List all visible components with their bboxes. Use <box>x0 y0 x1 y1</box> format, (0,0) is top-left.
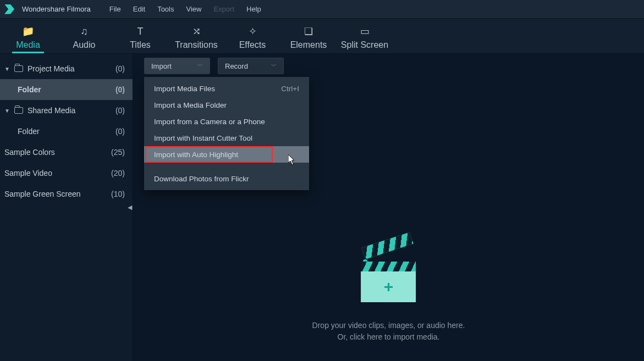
tab-label: Effects <box>224 40 280 50</box>
menu-item-import-auto-highlight[interactable]: Import with Auto Highlight <box>144 146 309 163</box>
collapse-sidebar-handle[interactable]: ◀ <box>126 194 133 221</box>
menu-item-label: Import Media Files <box>154 85 215 93</box>
clapperboard-icon: + <box>361 258 416 302</box>
item-count: (25) <box>111 148 125 157</box>
item-count: (20) <box>111 169 125 177</box>
menubar: File Edit Tools View Export Help <box>109 5 261 13</box>
sidebar-item-label: Sample Video <box>4 169 52 177</box>
menu-item-label: Download Photos from Flickr <box>154 175 249 183</box>
menu-item-import-media-files[interactable]: Import Media Files Ctrl+I <box>144 80 309 97</box>
sidebar-item-label: Project Media <box>27 64 75 73</box>
import-dropdown-button[interactable]: Import ﹀ <box>144 58 210 74</box>
music-note-icon: ♫ <box>56 25 112 38</box>
menu-item-import-camera-phone[interactable]: Import from a Camera or a Phone <box>144 113 309 130</box>
tab-label: Audio <box>56 40 112 50</box>
item-count: (0) <box>115 106 125 115</box>
menu-export: Export <box>213 5 234 13</box>
transitions-icon: ⤭ <box>168 25 224 38</box>
menu-item-label: Import from a Camera or a Phone <box>154 118 265 126</box>
menu-tools[interactable]: Tools <box>157 5 174 13</box>
sidebar-item-label: Sample Colors <box>4 148 55 157</box>
dropdown-label: Import <box>151 62 172 70</box>
app-title: Wondershare Filmora <box>22 5 91 13</box>
titlebar: Wondershare Filmora File Edit Tools View… <box>0 0 644 19</box>
folder-icon <box>14 65 23 72</box>
dropzone-text-line2: Or, click here to import media. <box>312 331 465 343</box>
item-count: (0) <box>115 64 125 73</box>
tab-label: Elements <box>280 40 337 50</box>
effects-icon: ✧ <box>224 25 280 38</box>
tab-label: Titles <box>112 40 168 50</box>
menu-file[interactable]: File <box>109 5 121 13</box>
tab-media[interactable]: 📁 Media <box>0 25 56 53</box>
sidebar-item-folder[interactable]: Folder (0) <box>0 121 133 142</box>
folder-icon <box>14 107 23 114</box>
sidebar-item-label: Shared Media <box>27 106 75 115</box>
menu-item-import-media-folder[interactable]: Import a Media Folder <box>144 97 309 113</box>
sidebar-item-sample-video[interactable]: Sample Video (20) <box>0 163 133 184</box>
sidebar-item-sample-green-screen[interactable]: Sample Green Screen (10) <box>0 184 133 204</box>
menu-view[interactable]: View <box>186 5 201 13</box>
tab-label: Media <box>0 40 56 50</box>
menu-help[interactable]: Help <box>246 5 261 13</box>
sidebar: ▼Project Media (0) Folder (0) ▼Shared Me… <box>0 54 133 361</box>
text-icon: T <box>112 25 168 38</box>
sidebar-item-folder-selected[interactable]: Folder (0) <box>0 79 133 100</box>
workspace: ▼Project Media (0) Folder (0) ▼Shared Me… <box>0 54 644 361</box>
tab-effects[interactable]: ✧ Effects <box>224 25 280 53</box>
import-dropdown-menu: Import Media Files Ctrl+I Import a Media… <box>144 77 309 190</box>
tab-label: Split Screen <box>337 40 393 50</box>
sidebar-item-shared-media[interactable]: ▼Shared Media (0) <box>0 100 133 121</box>
split-screen-icon: ▭ <box>337 25 393 38</box>
menu-edit[interactable]: Edit <box>133 5 145 13</box>
tab-split-screen[interactable]: ▭ Split Screen <box>337 25 393 53</box>
plus-icon: + <box>384 277 394 296</box>
media-toolbar: Import ﹀ Record ﹀ <box>133 54 644 78</box>
app-logo-icon <box>4 4 14 14</box>
item-count: (0) <box>115 127 125 136</box>
menu-item-label: Import a Media Folder <box>154 101 227 109</box>
tab-audio[interactable]: ♫ Audio <box>56 25 112 53</box>
sidebar-item-project-media[interactable]: ▼Project Media (0) <box>0 58 133 79</box>
menu-item-shortcut: Ctrl+I <box>281 85 299 93</box>
item-count: (10) <box>111 190 125 198</box>
chevron-down-icon: ﹀ <box>197 62 203 70</box>
sidebar-item-label: Folder <box>18 85 41 94</box>
tab-titles[interactable]: T Titles <box>112 25 168 53</box>
menu-item-label: Import with Auto Highlight <box>154 151 238 159</box>
dropzone-text-line1: Drop your video clips, images, or audio … <box>312 320 465 331</box>
tab-transitions[interactable]: ⤭ Transitions <box>168 25 224 53</box>
menu-item-download-flickr[interactable]: Download Photos from Flickr <box>144 170 309 187</box>
chevron-down-icon: ﹀ <box>271 62 277 70</box>
menu-item-import-instant-cutter[interactable]: Import with Instant Cutter Tool <box>144 130 309 146</box>
record-dropdown-button[interactable]: Record ﹀ <box>218 58 284 74</box>
sidebar-item-sample-colors[interactable]: Sample Colors (25) <box>0 142 133 163</box>
folder-icon: 📁 <box>0 25 56 38</box>
item-count: (0) <box>115 85 125 94</box>
main-panel: Import ﹀ Record ﹀ Import Media Files Ctr… <box>133 54 644 361</box>
caret-down-icon: ▼ <box>4 66 10 72</box>
tabbar: 📁 Media ♫ Audio T Titles ⤭ Transitions ✧… <box>0 19 644 54</box>
menu-item-label: Import with Instant Cutter Tool <box>154 134 252 142</box>
media-drop-zone[interactable]: + Drop your video clips, images, or audi… <box>312 258 465 343</box>
tab-label: Transitions <box>168 40 224 50</box>
caret-down-icon: ▼ <box>4 108 10 114</box>
elements-icon: ❏ <box>280 25 337 38</box>
sidebar-item-label: Folder <box>18 127 40 136</box>
menu-separator <box>144 163 309 170</box>
dropdown-label: Record <box>225 62 248 70</box>
sidebar-item-label: Sample Green Screen <box>4 190 81 198</box>
tab-elements[interactable]: ❏ Elements <box>280 25 337 53</box>
